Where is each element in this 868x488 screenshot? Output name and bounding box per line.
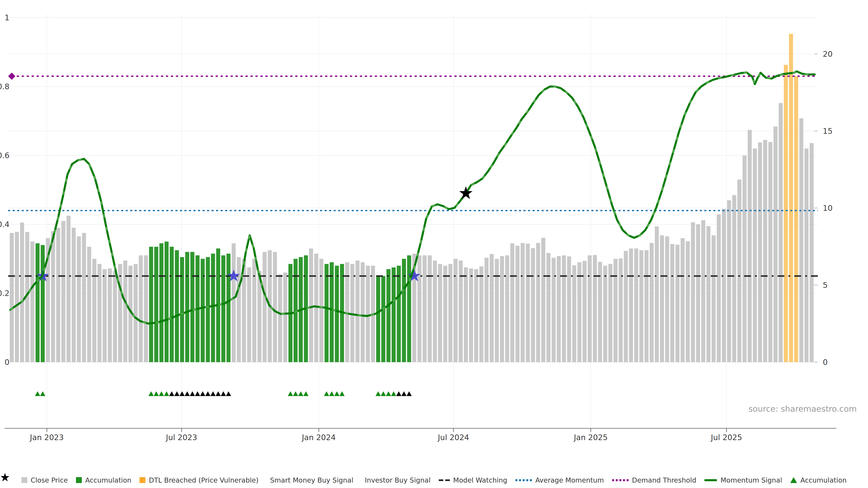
accumulation-bar <box>154 247 158 362</box>
accumulation-triangle-black-icon <box>180 391 185 396</box>
triangle-icon <box>790 477 797 483</box>
accumulation-bar <box>185 252 189 362</box>
x-axis-tick-label: Jul 2023 <box>165 433 197 442</box>
close-price-bar <box>20 223 24 362</box>
close-price-bar <box>614 259 618 362</box>
dtl-breached-bar <box>789 34 793 362</box>
accumulation-triangle-black-icon <box>174 391 180 396</box>
close-price-bar <box>717 215 721 362</box>
legend-label: Average Momentum <box>535 476 604 484</box>
close-price-bar <box>92 259 96 362</box>
close-price-bar <box>10 233 14 362</box>
accumulation-triangle-black-icon <box>396 391 401 396</box>
accumulation-bar <box>376 276 380 362</box>
accumulation-bar <box>330 262 334 362</box>
accumulation-triangle-black-icon <box>221 391 226 396</box>
close-price-bar <box>758 142 762 362</box>
accumulation-triangle-green-icon <box>35 391 40 396</box>
dashed-line-icon <box>439 480 450 481</box>
accumulation-triangle-black-icon <box>169 391 174 396</box>
close-price-bar <box>103 269 107 362</box>
close-price-bar <box>443 266 447 362</box>
accumulation-triangle-green-icon <box>381 391 386 396</box>
close-price-bar <box>56 228 60 362</box>
dotted-line-icon <box>515 479 532 481</box>
close-price-bar <box>319 259 323 362</box>
source-credit: source: sharemaestro.com <box>748 404 857 414</box>
accumulation-bar <box>211 254 215 362</box>
solid-line-icon <box>704 479 717 481</box>
accumulation-bar <box>175 250 179 362</box>
close-price-bar <box>15 232 19 362</box>
accumulation-triangle-black-icon <box>205 391 211 396</box>
close-price-bar <box>588 255 592 362</box>
close-price-bar <box>232 243 236 362</box>
close-price-bar <box>598 262 602 362</box>
close-price-bar <box>283 273 287 362</box>
close-price-bar <box>474 269 478 362</box>
close-price-bar <box>423 255 427 362</box>
x-axis-tick-label: Jul 2025 <box>710 433 742 442</box>
accumulation-triangle-green-icon <box>164 391 169 396</box>
close-price-bar <box>577 262 581 362</box>
accumulation-triangle-green-icon <box>40 391 45 396</box>
close-price-bar <box>361 262 365 362</box>
close-price-bar <box>763 140 767 362</box>
close-price-bar <box>727 200 731 362</box>
close-price-bar <box>645 250 649 362</box>
close-price-bar <box>675 245 680 362</box>
close-price-bar <box>779 103 783 362</box>
accumulation-bar <box>397 266 401 362</box>
legend-label: Investor Buy Signal <box>365 476 431 484</box>
right-y-tick-label: 15 <box>823 127 833 135</box>
legend-item: DTL Breached (Price Vulnerable) <box>140 476 258 484</box>
close-price-bar <box>500 256 504 362</box>
close-price-bar <box>237 257 241 362</box>
legend-square-icon <box>76 477 82 483</box>
accumulation-bar <box>392 267 396 362</box>
close-price-bar <box>593 255 597 362</box>
close-price-bar <box>546 253 550 362</box>
accumulation-bar <box>402 259 406 362</box>
accumulation-bar <box>201 259 205 362</box>
axes: Jan 2023Jul 2023Jan 2024Jul 2024Jan 2025… <box>0 13 836 442</box>
close-price-bar <box>144 255 148 362</box>
accumulation-triangle-green-icon <box>375 391 381 396</box>
close-price-bar <box>722 209 726 362</box>
close-price-bar <box>712 235 716 362</box>
close-price-bar <box>810 143 814 362</box>
close-price-bar <box>355 260 360 362</box>
accumulation-triangle-row <box>35 391 412 396</box>
close-price-bar <box>366 266 370 362</box>
close-price-bar <box>706 226 710 362</box>
close-price-bar <box>314 254 318 362</box>
accumulation-triangle-black-icon <box>216 391 221 396</box>
close-price-bar <box>743 156 747 362</box>
accumulation-bar <box>41 245 45 362</box>
accumulation-triangle-green-icon <box>391 391 396 396</box>
accumulation-triangle-black-icon <box>226 391 231 396</box>
close-price-bar <box>804 149 809 362</box>
close-price-bar <box>448 264 453 362</box>
dtl-breached-bar <box>794 76 798 362</box>
legend-item: Momentum Signal <box>704 476 782 484</box>
left-y-tick-label: 0.8 <box>0 82 9 91</box>
legend-item: Demand Threshold <box>612 476 696 484</box>
legend-item: Average Momentum <box>515 476 604 484</box>
accumulation-bar <box>206 257 210 362</box>
close-price-bar <box>72 228 76 362</box>
demand-threshold-diamond-icon <box>8 72 16 80</box>
legend-item: Smart Money Buy Signal <box>267 476 353 484</box>
accumulation-triangle-black-icon <box>406 391 412 396</box>
close-price-bar <box>655 226 659 362</box>
close-price-bar <box>464 267 468 362</box>
legend-label: Close Price <box>31 476 68 484</box>
accumulation-bar <box>335 266 339 362</box>
right-y-tick-label: 10 <box>823 203 833 213</box>
close-price-bar <box>572 265 577 362</box>
close-price-bar <box>510 243 515 362</box>
close-price-bar <box>77 236 81 362</box>
accumulation-triangle-green-icon <box>288 391 293 396</box>
accumulation-bar <box>221 255 225 362</box>
left-y-tick-label: 0.4 <box>0 220 9 229</box>
